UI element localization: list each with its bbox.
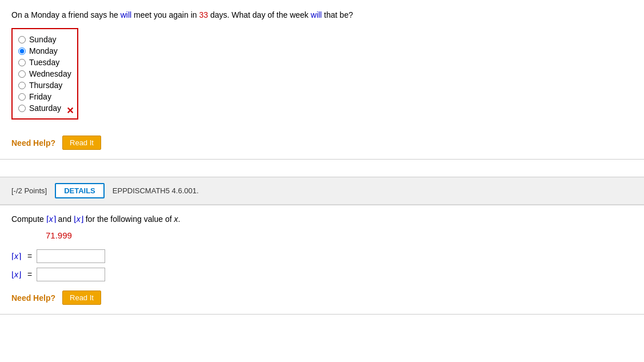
need-help-label-1: Need Help? xyxy=(11,138,55,148)
radio-thursday[interactable] xyxy=(18,82,26,89)
question1-section: On a Monday a friend says he will meet y… xyxy=(0,0,644,159)
equals-2: = xyxy=(27,270,32,279)
points-badge: [-/2 Points] xyxy=(11,186,47,195)
read-it-button-2[interactable]: Read It xyxy=(62,291,101,305)
label-tuesday[interactable]: Tuesday xyxy=(29,58,59,67)
need-help-label-2: Need Help? xyxy=(11,293,55,303)
label-monday[interactable]: Monday xyxy=(29,46,58,55)
option-wednesday[interactable]: Wednesday xyxy=(18,69,71,78)
ceiling-input[interactable] xyxy=(37,249,105,263)
radio-saturday[interactable] xyxy=(18,105,26,112)
radio-monday[interactable] xyxy=(18,47,26,55)
ceiling-notation: ⌈x⌉ xyxy=(46,214,56,224)
label-wednesday[interactable]: Wednesday xyxy=(29,69,71,78)
days-number: 33 xyxy=(199,10,208,19)
answer-box: Sunday Monday Tuesday Wednesday Thursday… xyxy=(11,28,78,120)
floor-input-row: ⌊x⌋ = xyxy=(11,268,633,281)
help-row-2: Need Help? Read It xyxy=(11,291,633,305)
option-monday[interactable]: Monday xyxy=(18,46,71,55)
question1-text: On a Monday a friend says he will meet y… xyxy=(11,9,633,21)
will-blue-2: will xyxy=(311,10,322,19)
radio-wednesday[interactable] xyxy=(18,70,26,78)
floor-notation: ⌊x⌋ xyxy=(74,214,83,224)
divider-bottom xyxy=(0,314,644,315)
spacer xyxy=(0,160,644,177)
radio-friday[interactable] xyxy=(18,93,26,101)
x-value-display: 71.999 xyxy=(46,230,633,240)
label-saturday[interactable]: Saturday xyxy=(29,104,61,113)
wrong-mark-icon: ✕ xyxy=(66,105,74,116)
radio-tuesday[interactable] xyxy=(18,59,26,66)
option-thursday[interactable]: Thursday xyxy=(18,81,71,90)
equals-1: = xyxy=(27,252,32,261)
label-thursday[interactable]: Thursday xyxy=(29,81,62,90)
problem-id: EPPDISCMATH5 4.6.001. xyxy=(113,186,199,195)
label-friday[interactable]: Friday xyxy=(29,92,51,101)
compute-instruction: Compute ⌈x⌉ and ⌊x⌋ for the following va… xyxy=(11,214,633,224)
floor-label: ⌊x⌋ xyxy=(11,270,23,279)
ceiling-label: ⌈x⌉ xyxy=(11,252,23,261)
radio-sunday[interactable] xyxy=(18,36,26,43)
will-blue-1: will xyxy=(121,10,131,19)
help-row-1: Need Help? Read It xyxy=(11,136,633,150)
option-friday[interactable]: Friday xyxy=(18,92,71,101)
label-sunday[interactable]: Sunday xyxy=(29,35,56,44)
question2-section: Compute ⌈x⌉ and ⌊x⌋ for the following va… xyxy=(0,205,644,314)
floor-input[interactable] xyxy=(37,268,105,281)
option-tuesday[interactable]: Tuesday xyxy=(18,58,71,67)
section2-header: [-/2 Points] DETAILS EPPDISCMATH5 4.6.00… xyxy=(0,177,644,205)
details-button[interactable]: DETAILS xyxy=(55,183,105,198)
ceiling-input-row: ⌈x⌉ = xyxy=(11,249,633,263)
option-sunday[interactable]: Sunday xyxy=(18,35,71,44)
read-it-button-1[interactable]: Read It xyxy=(62,136,101,150)
option-saturday[interactable]: Saturday xyxy=(18,104,71,113)
